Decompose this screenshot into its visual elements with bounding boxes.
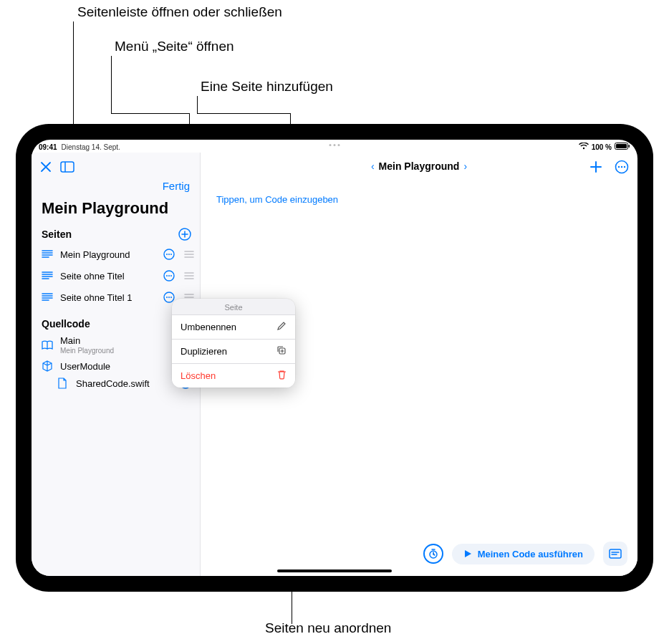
sidebar-toggle-button[interactable] [60,161,74,173]
file-icon [57,378,70,389]
page-icon [42,249,54,259]
page-context-menu: Seite Umbenennen Duplizieren Löschen [172,299,295,388]
multitasking-indicator[interactable] [329,144,340,146]
chevron-left-icon[interactable]: ‹ [371,160,375,172]
source-label: SharedCode.swift [76,378,174,389]
context-menu-delete[interactable]: Löschen [172,364,295,388]
context-menu-rename-label: Umbenennen [181,322,236,332]
pencil-icon [276,321,287,333]
reorder-handle-icon[interactable] [183,271,196,280]
pages-section-header: Seiten [32,225,200,244]
svg-point-6 [168,254,170,255]
page-label: Mein Playground [60,249,157,260]
home-indicator[interactable] [277,569,392,572]
wifi-icon [579,143,589,151]
svg-rect-20 [61,162,74,172]
battery-text: 100 % [592,143,612,151]
page-row[interactable]: Seite ohne Titel [32,265,200,287]
status-date: Dienstag 14. Sept. [62,143,120,151]
context-menu-duplicate-label: Duplizieren [181,346,227,357]
page-menu-button[interactable] [163,270,175,282]
page-row[interactable]: Mein Playground [32,244,200,265]
reorder-handle-icon[interactable] [183,250,196,259]
results-panel-button[interactable] [603,542,627,566]
trash-icon [277,370,287,382]
context-menu-title: Seite [172,299,295,315]
page-label: Seite ohne Titel [60,271,157,282]
run-code-label: Meinen Code ausführen [478,549,583,559]
battery-icon [615,143,630,151]
play-icon [463,549,472,558]
context-menu-delete-label: Löschen [181,370,216,381]
callout-line [111,113,190,114]
svg-point-13 [166,297,168,298]
context-menu-duplicate[interactable]: Duplizieren [172,340,295,364]
done-button[interactable]: Fertig [163,180,190,192]
callout-reorder-pages: Seiten neu anordnen [265,620,391,636]
breadcrumb-title[interactable]: Mein Playground [379,160,460,172]
sidebar-title: Mein Playground [32,198,200,225]
close-button[interactable] [40,161,52,173]
svg-rect-28 [610,549,621,558]
status-time: 09:41 [39,143,57,151]
chevron-right-icon[interactable]: › [463,160,467,172]
callout-line [197,96,198,113]
book-icon [42,340,54,350]
page-icon [42,292,54,302]
page-label: Seite ohne Titel 1 [60,292,157,303]
callout-line [111,56,112,113]
page-icon [42,271,54,281]
svg-point-5 [166,254,168,255]
add-page-button[interactable] [178,228,191,241]
svg-point-10 [168,275,170,277]
callout-add-page: Eine Seite hinzufügen [201,79,333,95]
svg-point-9 [166,275,168,277]
duplicate-icon [276,345,287,357]
callout-line [197,113,290,114]
run-code-button[interactable]: Meinen Code ausführen [452,544,595,564]
bottom-toolbar: Meinen Code ausführen [423,542,627,566]
svg-point-14 [168,297,170,298]
ipad-frame: 09:41 Dienstag 14. Sept. 100 % Fertig Me… [16,124,653,592]
sources-section-label: Quellcode [42,318,90,330]
cube-icon [42,360,54,372]
svg-point-11 [170,275,172,277]
svg-rect-2 [629,145,630,148]
timer-button[interactable] [423,544,443,564]
editor-placeholder[interactable]: Tippen, um Code einzugeben [201,181,637,218]
svg-point-7 [170,254,172,255]
callout-sidebar-toggle: Seitenleiste öffnen oder schließen [77,4,282,20]
status-bar: 09:41 Dienstag 14. Sept. 100 % [32,140,637,153]
ipad-screen: 09:41 Dienstag 14. Sept. 100 % Fertig Me… [32,140,637,576]
svg-point-15 [170,297,172,298]
callout-page-menu: Menü „Seite“ öffnen [115,39,234,54]
page-menu-button[interactable] [163,249,175,260]
pages-section-label: Seiten [42,229,72,240]
breadcrumb-bar: ‹ Mein Playground › [201,160,637,173]
context-menu-rename[interactable]: Umbenennen [172,315,295,340]
svg-rect-1 [616,144,627,148]
